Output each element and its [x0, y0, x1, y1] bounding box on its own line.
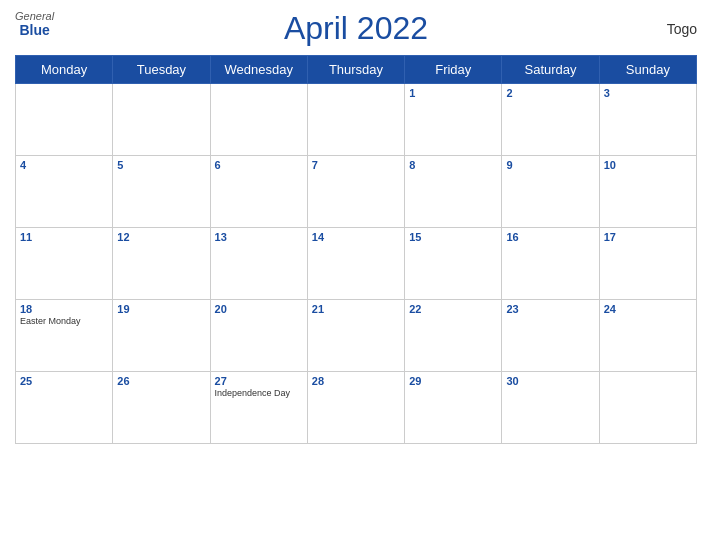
day-number: 15 [409, 231, 497, 243]
calendar-cell: 30 [502, 372, 599, 444]
calendar-cell: 2 [502, 84, 599, 156]
day-number: 9 [506, 159, 594, 171]
weekday-header-friday: Friday [405, 56, 502, 84]
calendar-cell: 3 [599, 84, 696, 156]
calendar-container: General Blue April 2022 Togo MondayTuesd… [0, 0, 712, 550]
calendar-cell: 7 [307, 156, 404, 228]
calendar-cell [599, 372, 696, 444]
day-number: 24 [604, 303, 692, 315]
day-number: 18 [20, 303, 108, 315]
day-number: 17 [604, 231, 692, 243]
country-label: Togo [667, 21, 697, 37]
calendar-cell: 25 [16, 372, 113, 444]
day-number: 12 [117, 231, 205, 243]
day-number: 5 [117, 159, 205, 171]
calendar-cell: 21 [307, 300, 404, 372]
day-number: 11 [20, 231, 108, 243]
day-number: 2 [506, 87, 594, 99]
day-number: 14 [312, 231, 400, 243]
calendar-cell: 26 [113, 372, 210, 444]
calendar-cell [210, 84, 307, 156]
calendar-cell [16, 84, 113, 156]
calendar-cell: 15 [405, 228, 502, 300]
week-row-2: 11121314151617 [16, 228, 697, 300]
calendar-cell: 12 [113, 228, 210, 300]
day-number: 20 [215, 303, 303, 315]
day-number: 29 [409, 375, 497, 387]
calendar-cell: 17 [599, 228, 696, 300]
calendar-cell: 28 [307, 372, 404, 444]
day-number: 21 [312, 303, 400, 315]
calendar-cell: 19 [113, 300, 210, 372]
day-number: 8 [409, 159, 497, 171]
weekday-header-monday: Monday [16, 56, 113, 84]
calendar-cell [307, 84, 404, 156]
day-number: 13 [215, 231, 303, 243]
calendar-header: General Blue April 2022 Togo [15, 10, 697, 47]
calendar-cell: 14 [307, 228, 404, 300]
calendar-cell: 16 [502, 228, 599, 300]
calendar-cell: 22 [405, 300, 502, 372]
day-number: 6 [215, 159, 303, 171]
event-text: Independence Day [215, 388, 303, 398]
calendar-cell: 1 [405, 84, 502, 156]
calendar-cell: 18Easter Monday [16, 300, 113, 372]
calendar-cell [113, 84, 210, 156]
day-number: 27 [215, 375, 303, 387]
day-number: 16 [506, 231, 594, 243]
weekday-header-saturday: Saturday [502, 56, 599, 84]
calendar-cell: 8 [405, 156, 502, 228]
calendar-title: April 2022 [284, 10, 428, 47]
week-row-0: 123 [16, 84, 697, 156]
day-number: 1 [409, 87, 497, 99]
calendar-cell: 20 [210, 300, 307, 372]
day-number: 25 [20, 375, 108, 387]
weekday-header-tuesday: Tuesday [113, 56, 210, 84]
calendar-cell: 10 [599, 156, 696, 228]
calendar-cell: 24 [599, 300, 696, 372]
calendar-cell: 6 [210, 156, 307, 228]
day-number: 4 [20, 159, 108, 171]
calendar-cell: 29 [405, 372, 502, 444]
day-number: 30 [506, 375, 594, 387]
day-number: 26 [117, 375, 205, 387]
calendar-cell: 13 [210, 228, 307, 300]
week-row-1: 45678910 [16, 156, 697, 228]
calendar-cell: 11 [16, 228, 113, 300]
day-number: 3 [604, 87, 692, 99]
weekday-header-sunday: Sunday [599, 56, 696, 84]
weekday-header-thursday: Thursday [307, 56, 404, 84]
logo-general: General [15, 10, 54, 22]
day-number: 23 [506, 303, 594, 315]
calendar-cell: 5 [113, 156, 210, 228]
week-row-3: 18Easter Monday192021222324 [16, 300, 697, 372]
day-number: 28 [312, 375, 400, 387]
calendar-cell: 9 [502, 156, 599, 228]
day-number: 7 [312, 159, 400, 171]
calendar-cell: 23 [502, 300, 599, 372]
day-number: 10 [604, 159, 692, 171]
event-text: Easter Monday [20, 316, 108, 326]
weekday-header-row: MondayTuesdayWednesdayThursdayFridaySatu… [16, 56, 697, 84]
calendar-cell: 4 [16, 156, 113, 228]
logo-blue: Blue [19, 22, 49, 38]
day-number: 22 [409, 303, 497, 315]
week-row-4: 252627Independence Day282930 [16, 372, 697, 444]
day-number: 19 [117, 303, 205, 315]
logo-area: General Blue [15, 10, 54, 38]
calendar-cell: 27Independence Day [210, 372, 307, 444]
weekday-header-wednesday: Wednesday [210, 56, 307, 84]
calendar-grid: MondayTuesdayWednesdayThursdayFridaySatu… [15, 55, 697, 444]
